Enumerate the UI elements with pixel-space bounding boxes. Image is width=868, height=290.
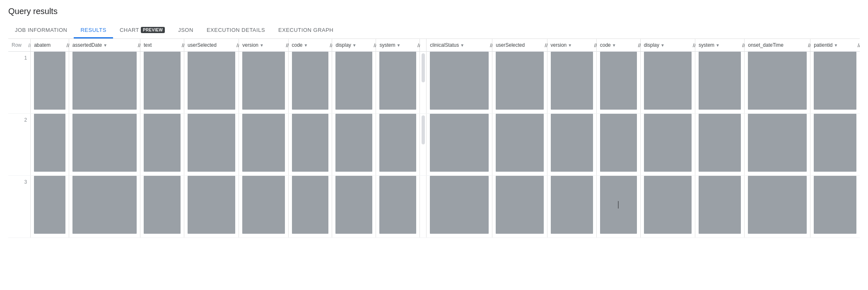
table-container[interactable]: Row // abatem // assertedDate ▼ xyxy=(8,39,860,238)
resize-mark-clinicalstatus[interactable]: // xyxy=(490,43,491,48)
col-header-userselected[interactable]: userSelected // xyxy=(184,39,239,52)
resize-mark-onset-datetime[interactable]: // xyxy=(808,43,809,48)
resize-mark-abatem[interactable]: // xyxy=(67,43,68,48)
row-num-1: 1 xyxy=(8,52,31,114)
tab-results[interactable]: RESULTS xyxy=(74,23,113,38)
cell-1-userselected xyxy=(184,52,239,114)
col-label-row: Row xyxy=(12,42,22,48)
col-header-patientid[interactable]: patientid ▼ // xyxy=(810,39,860,52)
resize-mark-userselected2[interactable]: // xyxy=(545,43,546,48)
resize-mark-version[interactable]: // xyxy=(286,43,287,48)
col-label-system2: system xyxy=(699,42,714,48)
col-label-version: version xyxy=(242,42,258,48)
cell-bg xyxy=(292,114,329,172)
cell-bg xyxy=(292,52,329,110)
resize-mark-userselected[interactable]: // xyxy=(236,43,238,48)
sort-icon-code[interactable]: ▼ xyxy=(304,43,308,48)
sort-icon-system[interactable]: ▼ xyxy=(396,43,400,48)
cell-2-version2 xyxy=(547,114,596,176)
sort-icon-code2[interactable]: ▼ xyxy=(612,43,616,48)
cell-bg xyxy=(551,176,593,234)
col-header-version2[interactable]: version ▼ // xyxy=(547,39,596,52)
cell-bg xyxy=(144,176,181,234)
sort-icon-asserteddate[interactable]: ▼ xyxy=(103,43,107,48)
col-header-abatem[interactable]: abatem // xyxy=(31,39,69,52)
resize-mark-asserteddate[interactable]: // xyxy=(138,43,139,48)
col-header-code2[interactable]: code ▼ // xyxy=(596,39,640,52)
col-header-clinicalstatus[interactable]: clinicalStatus ▼ // xyxy=(427,39,492,52)
resize-mark-system[interactable]: // xyxy=(417,43,419,48)
resize-mark-text[interactable]: // xyxy=(182,43,183,48)
cell-2-display2 xyxy=(640,114,695,176)
col-header-system2[interactable]: system ▼ // xyxy=(695,39,745,52)
col-header-userselected2[interactable]: userSelected // xyxy=(492,39,547,52)
cell-1-code2 xyxy=(596,52,640,114)
col-header-version[interactable]: version ▼ // xyxy=(239,39,288,52)
cell-3-clinicalstatus xyxy=(427,176,492,238)
cell-bg xyxy=(34,176,65,234)
col-header-display2[interactable]: display ▼ // xyxy=(640,39,695,52)
resize-mark-system2[interactable]: // xyxy=(742,43,743,48)
sort-icon-display[interactable]: ▼ xyxy=(352,43,357,48)
sort-icon-system2[interactable]: ▼ xyxy=(716,43,720,48)
cell-bg xyxy=(600,176,637,234)
cell-2-display xyxy=(332,114,376,176)
resize-mark-code2[interactable]: // xyxy=(638,43,639,48)
cell-bg xyxy=(379,176,416,234)
cell-bg xyxy=(34,52,65,110)
col-header-asserteddate[interactable]: assertedDate ▼ // xyxy=(69,39,140,52)
cell-bg xyxy=(496,52,543,110)
col-label-text: text xyxy=(144,42,152,48)
tab-job-information[interactable]: JOB INFORMATION xyxy=(8,23,74,38)
resize-mark-row[interactable]: // xyxy=(28,43,29,48)
cell-2-patientid xyxy=(810,114,860,176)
cell-1-system2 xyxy=(695,52,745,114)
cell-bg xyxy=(242,114,285,172)
cell-1-patientid xyxy=(810,52,860,114)
resize-mark-display[interactable]: // xyxy=(374,43,375,48)
tab-chart[interactable]: CHART PREVIEW xyxy=(113,23,171,38)
cell-bg xyxy=(814,176,856,234)
col-header-text[interactable]: text // xyxy=(140,39,184,52)
resize-mark-display2[interactable]: // xyxy=(693,43,694,48)
sort-icon-patientid[interactable]: ▼ xyxy=(834,43,838,48)
cell-bg xyxy=(335,52,372,110)
cell-3-system xyxy=(376,176,420,238)
cell-bg xyxy=(188,114,235,172)
resize-mark-patientid[interactable]: // xyxy=(858,43,859,48)
tab-execution-details[interactable]: EXECUTION DETAILS xyxy=(200,23,272,38)
cell-bg xyxy=(644,176,692,234)
cell-3-system2 xyxy=(695,176,745,238)
cell-bg xyxy=(496,114,543,172)
page-container: Query results JOB INFORMATION RESULTS CH… xyxy=(0,0,868,244)
cell-3-code xyxy=(288,176,332,238)
col-header-display[interactable]: display ▼ // xyxy=(332,39,376,52)
col-label-userselected: userSelected xyxy=(188,42,217,48)
cell-3-version2 xyxy=(547,176,596,238)
col-header-onset-datetime[interactable]: onset_dateTime // xyxy=(745,39,810,52)
table-header-row: Row // abatem // assertedDate ▼ xyxy=(8,39,860,52)
sort-icon-display2[interactable]: ▼ xyxy=(661,43,665,48)
cell-bg xyxy=(72,52,137,110)
col-label-code: code xyxy=(292,42,303,48)
cell-2-code xyxy=(288,114,332,176)
resize-mark-version2[interactable]: // xyxy=(594,43,596,48)
sort-icon-clinicalstatus[interactable]: ▼ xyxy=(460,43,464,48)
scroll-divider-header xyxy=(420,39,427,52)
cell-bg xyxy=(748,114,807,172)
cell-bg xyxy=(814,114,856,172)
cell-2-text xyxy=(140,114,184,176)
cell-2-system xyxy=(376,114,420,176)
tab-json[interactable]: JSON xyxy=(171,23,200,38)
resize-mark-code[interactable]: // xyxy=(330,43,331,48)
tab-chart-label: CHART xyxy=(120,27,139,33)
sort-icon-version2[interactable]: ▼ xyxy=(568,43,572,48)
tabs-bar: JOB INFORMATION RESULTS CHART PREVIEW JS… xyxy=(8,23,860,39)
col-header-code[interactable]: code ▼ // xyxy=(288,39,332,52)
sort-icon-version[interactable]: ▼ xyxy=(260,43,264,48)
cell-3-display xyxy=(332,176,376,238)
cell-2-onset-datetime xyxy=(745,114,810,176)
cell-bg xyxy=(748,176,807,234)
tab-execution-graph[interactable]: EXECUTION GRAPH xyxy=(272,23,340,38)
col-header-system[interactable]: system ▼ // xyxy=(376,39,420,52)
